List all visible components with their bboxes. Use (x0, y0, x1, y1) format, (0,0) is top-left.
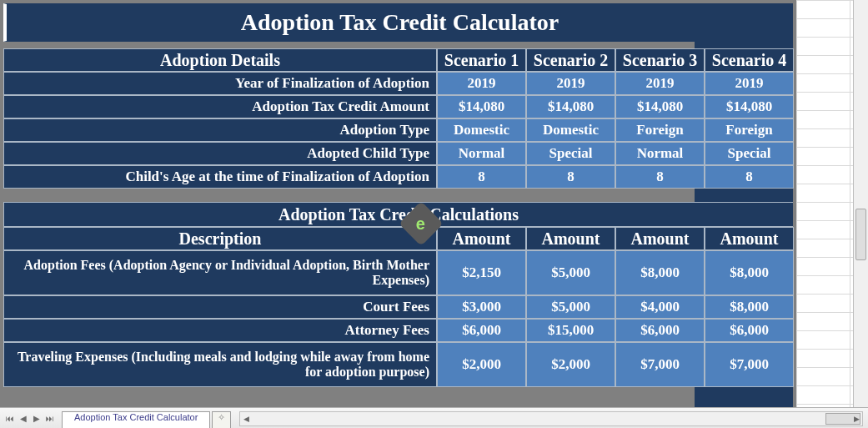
cell-value[interactable]: $14,080 (437, 95, 526, 118)
scenario-header-4: Scenario 4 (705, 48, 794, 72)
cell-value[interactable]: $7,000 (615, 342, 705, 387)
cell-value[interactable]: Special (705, 142, 794, 165)
scenario-header-1: Scenario 1 (437, 48, 526, 72)
cell-value[interactable]: Special (526, 142, 615, 165)
cell-value[interactable]: Normal (437, 142, 526, 165)
cell-value[interactable]: 2019 (615, 72, 705, 95)
amount-header-2: Amount (526, 227, 615, 250)
cell-value[interactable]: $5,000 (526, 295, 615, 319)
cell-value[interactable]: 8 (437, 165, 526, 189)
table-row: Adoption Fees (Adoption Agency or Indivi… (3, 250, 794, 295)
table-row: Court Fees$3,000$5,000$4,000$8,000 (3, 295, 794, 319)
calc-section-title: Adoption Tax Credit Calculations (3, 202, 793, 227)
tab-nav-first-icon[interactable]: ⏮ (4, 412, 16, 424)
cell-value[interactable]: 8 (705, 165, 794, 189)
calc-header-label: Description (3, 227, 437, 250)
cell-value[interactable]: $4,000 (615, 295, 705, 319)
cell-value[interactable]: 8 (526, 165, 615, 189)
cell-value[interactable]: $6,000 (705, 319, 794, 342)
table-header-row: Adoption Details Scenario 1 Scenario 2 S… (3, 48, 794, 72)
cell-value[interactable]: 2019 (526, 72, 615, 95)
table-row: Traveling Expenses (Including meals and … (3, 342, 794, 387)
cell-value[interactable]: 2019 (705, 72, 794, 95)
row-label: Traveling Expenses (Including meals and … (3, 342, 437, 387)
cell-value[interactable]: Foreign (705, 118, 794, 142)
tab-nav-last-icon[interactable]: ⏭ (44, 412, 56, 424)
cell-value[interactable]: $6,000 (437, 319, 526, 342)
table-row: Attorney Fees$6,000$15,000$6,000$6,000 (3, 319, 794, 342)
amount-header-3: Amount (615, 227, 705, 250)
row-label: Attorney Fees (3, 319, 437, 342)
adoption-details-table: Adoption Details Scenario 1 Scenario 2 S… (3, 48, 794, 189)
cell-value[interactable]: Foreign (615, 118, 705, 142)
table-row: Adoption Tax Credit Amount$14,080$14,080… (3, 95, 794, 118)
tab-nav-next-icon[interactable]: ▶ (31, 412, 43, 424)
cell-value[interactable]: $2,150 (437, 250, 526, 295)
cell-value[interactable]: $7,000 (705, 342, 794, 387)
table-header-row: Description Amount Amount Amount Amount (3, 227, 794, 250)
scenario-header-3: Scenario 3 (615, 48, 705, 72)
cell-value[interactable]: Normal (615, 142, 705, 165)
cell-value[interactable]: $14,080 (705, 95, 794, 118)
row-label: Adopted Child Type (3, 142, 437, 165)
vertical-scrollbar-thumb[interactable] (855, 209, 866, 260)
page-title: Adoption Tax Credit Calculator (3, 3, 793, 42)
hscroll-left-arrow-icon[interactable]: ◀ (240, 412, 252, 425)
new-sheet-tab[interactable]: ✧ (212, 411, 231, 428)
cell-value[interactable]: $8,000 (615, 250, 705, 295)
row-label: Court Fees (3, 295, 437, 319)
cell-value[interactable]: $5,000 (526, 250, 615, 295)
worksheet-area: Adoption Tax Credit Calculator Adoption … (0, 0, 796, 408)
row-label: Child's Age at the time of Finalization … (3, 165, 437, 189)
cell-value[interactable]: $6,000 (615, 319, 705, 342)
row-label: Adoption Fees (Adoption Agency or Indivi… (3, 250, 437, 295)
cell-value[interactable]: 2019 (437, 72, 526, 95)
details-header-label: Adoption Details (3, 48, 437, 72)
hscroll-right-arrow-icon[interactable]: ▶ (850, 412, 862, 425)
table-row: Year of Finalization of Adoption20192019… (3, 72, 794, 95)
cell-value[interactable]: 8 (615, 165, 705, 189)
sheet-tab-bar: ⏮ ◀ ▶ ⏭ Adoption Tax Credit Calculator ✧… (0, 407, 868, 428)
sheet-tab[interactable]: Adoption Tax Credit Calculator (62, 411, 210, 428)
table-row: Child's Age at the time of Finalization … (3, 165, 794, 189)
row-label: Year of Finalization of Adoption (3, 72, 437, 95)
cell-value[interactable]: $15,000 (526, 319, 615, 342)
amount-header-1: Amount (437, 227, 526, 250)
table-row: Adopted Child TypeNormalSpecialNormalSpe… (3, 142, 794, 165)
cell-value[interactable]: Domestic (437, 118, 526, 142)
calc-table: Description Amount Amount Amount Amount … (3, 227, 794, 387)
tab-nav-prev-icon[interactable]: ◀ (18, 412, 29, 424)
cell-value[interactable]: $14,080 (615, 95, 705, 118)
cell-value[interactable]: Domestic (526, 118, 615, 142)
vertical-scrollbar[interactable] (853, 0, 868, 408)
cell-value[interactable]: $8,000 (705, 250, 794, 295)
cell-value[interactable]: $14,080 (526, 95, 615, 118)
scenario-header-2: Scenario 2 (526, 48, 615, 72)
horizontal-scrollbar[interactable]: ◀ ▶ (239, 411, 863, 426)
table-row: Adoption TypeDomesticDomesticForeignFore… (3, 118, 794, 142)
cell-value[interactable]: $8,000 (705, 295, 794, 319)
row-label: Adoption Type (3, 118, 437, 142)
cell-value[interactable]: $3,000 (437, 295, 526, 319)
cell-value[interactable]: $2,000 (437, 342, 526, 387)
row-label: Adoption Tax Credit Amount (3, 95, 437, 118)
cell-value[interactable]: $2,000 (526, 342, 615, 387)
amount-header-4: Amount (705, 227, 794, 250)
